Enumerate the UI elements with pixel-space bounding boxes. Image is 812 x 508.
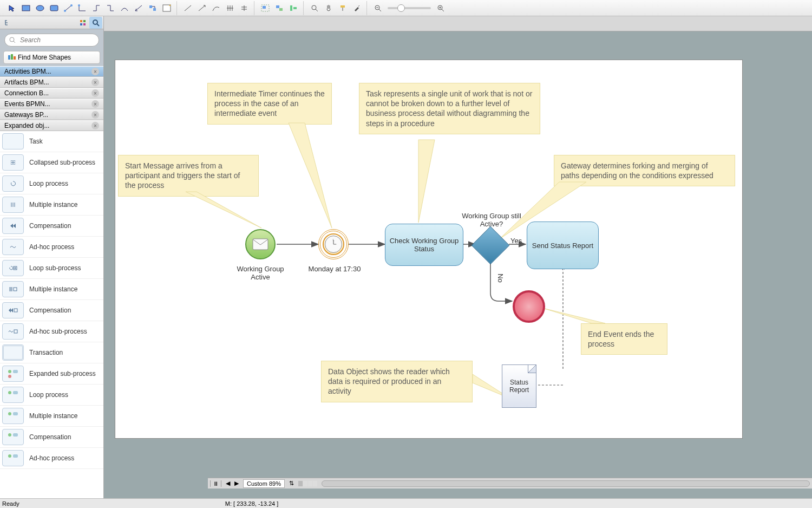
svg-rect-6	[149, 5, 152, 8]
svg-rect-26	[11, 54, 13, 60]
connector-tool-1[interactable]	[62, 2, 75, 14]
zoom-tool[interactable]	[308, 2, 321, 14]
shape-multi[interactable]: Multiple instance	[0, 194, 103, 216]
svg-point-33	[8, 370, 11, 373]
rect-tool[interactable]	[19, 2, 32, 14]
shape-multi-3[interactable]: Multiple instance	[0, 406, 103, 427]
shape-adhoc-2[interactable]: Ad-hoc process	[0, 448, 103, 469]
lib-expanded[interactable]: Expanded obj...×	[0, 120, 103, 131]
edge-yes-label: Yes	[510, 237, 522, 245]
close-icon[interactable]: ×	[91, 68, 99, 75]
ungroup-tool[interactable]	[273, 2, 286, 14]
lib-connection[interactable]: Connection B...×	[0, 88, 103, 99]
zoom-slider[interactable]	[388, 7, 431, 9]
close-icon[interactable]: ×	[91, 122, 99, 129]
note-timer: Intermediate Timer continues the process…	[207, 83, 332, 125]
svg-rect-50	[253, 239, 268, 250]
zoom-in-button[interactable]	[434, 2, 447, 14]
pan-tool[interactable]	[322, 2, 335, 14]
align-tool[interactable]	[287, 2, 300, 14]
status-bar: Ready M: [ 233.28, -13.24 ]	[0, 498, 812, 508]
shape-loop[interactable]: Loop process	[0, 173, 103, 194]
pause-icon[interactable]: ⏸	[210, 480, 221, 487]
connector-tool-3[interactable]	[90, 2, 103, 14]
canvas-area: Start Message arrives from a participant…	[104, 16, 812, 498]
shape-expanded-sub[interactable]: Expanded sub-process	[0, 363, 103, 385]
lib-artifacts[interactable]: Artifacts BPM...×	[0, 77, 103, 88]
svg-rect-37	[13, 391, 18, 394]
search-input[interactable]	[4, 34, 99, 47]
shape-multi-2[interactable]: Multiple instance	[0, 279, 103, 300]
lib-gateways[interactable]: Gateways BP...×	[0, 109, 103, 120]
connector-tool-5[interactable]	[118, 2, 131, 14]
shape-adhoc[interactable]: Ad-hoc process	[0, 237, 103, 258]
svg-point-38	[8, 412, 11, 415]
close-icon[interactable]: ×	[91, 89, 99, 97]
line-tool-1[interactable]	[181, 2, 194, 14]
tree-view-tab[interactable]	[1, 17, 14, 29]
close-icon[interactable]: ×	[91, 79, 99, 86]
shape-loop-sub[interactable]: Loop sub-process	[0, 258, 103, 279]
insert-object-tool[interactable]	[160, 2, 173, 14]
svg-rect-20	[83, 20, 86, 22]
rounded-rect-tool[interactable]	[48, 2, 61, 14]
shape-loop-2[interactable]: Loop process	[0, 385, 103, 406]
shape-compensation[interactable]: Compensation	[0, 216, 103, 237]
lib-activities[interactable]: Activities BPM...×	[0, 66, 103, 77]
zoom-out-button[interactable]	[371, 2, 384, 14]
zoom-stepper[interactable]: ⇅	[289, 480, 294, 487]
shape-compensation-2[interactable]: Compensation	[0, 300, 103, 321]
find-more-shapes-button[interactable]: Find More Shapes	[3, 51, 100, 64]
end-event[interactable]	[513, 290, 545, 323]
shape-collapsed-sub[interactable]: Collapsed sub-process	[0, 152, 103, 173]
shape-task[interactable]: Task	[0, 131, 103, 152]
zoom-level[interactable]: Custom 89%	[243, 479, 285, 488]
svg-point-36	[8, 391, 11, 394]
line-tool-5[interactable]	[238, 2, 251, 14]
connector-tool-2[interactable]	[76, 2, 89, 14]
svg-marker-44	[186, 192, 261, 228]
line-tool-4[interactable]	[224, 2, 237, 14]
eyedropper-tool[interactable]	[350, 2, 363, 14]
toolbar-group-lines	[178, 1, 254, 15]
data-object-status-report[interactable]: Status Report	[502, 364, 536, 408]
svg-point-42	[8, 454, 11, 458]
horizontal-scrollbar[interactable]	[322, 480, 810, 487]
pointer-tool[interactable]	[5, 2, 18, 14]
close-icon[interactable]: ×	[91, 111, 99, 119]
svg-point-3	[64, 10, 66, 12]
toolbar-group-align	[256, 1, 304, 15]
lib-events[interactable]: Events BPMN...×	[0, 99, 103, 109]
toolbar-group-zoom	[368, 1, 450, 15]
shape-palette: Task Collapsed sub-process Loop process …	[0, 131, 103, 498]
line-tool-3[interactable]	[209, 2, 222, 14]
connector-tool-6[interactable]	[132, 2, 145, 14]
connector-tool-7[interactable]	[146, 2, 159, 14]
group-tool[interactable]	[259, 2, 272, 14]
grid-view-tab[interactable]	[76, 17, 89, 29]
line-tool-2[interactable]	[195, 2, 208, 14]
mouse-coordinates: M: [ 233.28, -13.24 ]	[225, 500, 278, 507]
gateway[interactable]	[472, 226, 509, 264]
connector-tool-4[interactable]	[104, 2, 117, 14]
svg-rect-39	[13, 412, 18, 415]
format-painter[interactable]	[336, 2, 349, 14]
diagram-canvas[interactable]: Start Message arrives from a participant…	[115, 60, 743, 439]
shape-transaction[interactable]: Transaction	[0, 342, 103, 363]
nav-prev[interactable]: ◀	[226, 480, 230, 487]
ellipse-tool[interactable]	[34, 2, 47, 14]
task-check-status[interactable]: Check Working Group Status	[385, 224, 463, 266]
timer-event[interactable]: L	[318, 229, 349, 259]
shape-compensation-3[interactable]: Compensation	[0, 427, 103, 448]
start-event[interactable]	[245, 229, 276, 259]
search-row	[0, 29, 103, 51]
svg-rect-10	[263, 6, 266, 9]
task-send-report[interactable]: Send Status Report	[527, 222, 599, 269]
shape-adhoc-sub[interactable]: Ad-hoc sub-process	[0, 321, 103, 342]
nav-next[interactable]: ▶	[234, 480, 239, 487]
toolbar-group-shapes	[2, 1, 177, 15]
close-icon[interactable]: ×	[91, 100, 99, 108]
svg-rect-41	[13, 433, 18, 437]
search-tab[interactable]	[89, 17, 102, 29]
svg-rect-12	[279, 8, 283, 11]
